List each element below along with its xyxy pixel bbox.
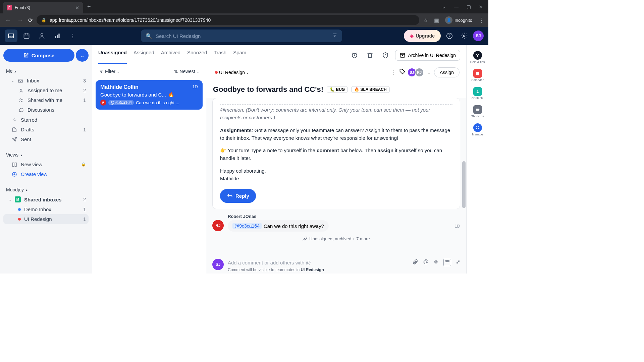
comment-input[interactable] [228, 260, 410, 265]
composer-hint: Comment will be visible to teammates in … [228, 267, 460, 272]
sidebar-item-starred[interactable]: ☆ Starred [3, 115, 89, 125]
chevron-up-icon: ▴ [20, 153, 22, 157]
sidebar-item-sent[interactable]: Sent [3, 134, 89, 144]
bookmark-star-icon[interactable]: ☆ [423, 17, 428, 23]
comment-mention[interactable]: @9c3ca164 [232, 223, 262, 229]
inbox-nav-icon[interactable] [5, 29, 17, 42]
emoji-icon[interactable]: ☺ [433, 259, 439, 266]
close-tab-icon[interactable]: ✕ [75, 5, 79, 10]
svg-rect-2 [55, 36, 56, 38]
activity-summary[interactable]: Unassigned, archived + 7 more [212, 236, 460, 241]
participants-avatars[interactable]: SJ RJ [409, 68, 424, 77]
upgrade-button[interactable]: ◈ Upgrade [404, 30, 441, 42]
sort-button[interactable]: ⇅ Newest ⌄ [172, 67, 201, 75]
attachment-icon[interactable] [412, 259, 418, 266]
assign-button[interactable]: Assign [434, 67, 460, 77]
analytics-nav-icon[interactable] [51, 29, 64, 42]
user-avatar[interactable]: SJ [473, 31, 484, 41]
expand-icon[interactable]: ⤢ [456, 259, 460, 266]
rail-calendar[interactable]: Calendar [468, 67, 487, 84]
tab-assigned[interactable]: Assigned [133, 50, 154, 64]
svg-rect-17 [476, 109, 479, 111]
tag-bug[interactable]: 🐛 BUG [327, 86, 348, 93]
sidebar-section-moodjoy[interactable]: Moodjoy ▴ [3, 185, 89, 194]
conversation-card[interactable]: 1D Mathilde Collin Goodbye to forwards a… [96, 80, 203, 110]
status-dot-icon [215, 71, 218, 74]
svg-point-6 [464, 35, 465, 37]
apps-grid-icon [473, 123, 482, 132]
search-filter-icon[interactable] [332, 33, 337, 39]
more-nav-icon[interactable]: ⋮ [66, 29, 79, 42]
rail-help[interactable]: ? Help & tips [468, 49, 487, 66]
contacts-nav-icon[interactable] [36, 29, 48, 42]
tab-unassigned[interactable]: Unassigned [98, 50, 127, 64]
tab-archived[interactable]: Archived [161, 50, 180, 64]
sidebar-item-drafts[interactable]: Drafts 1 [3, 125, 89, 134]
rail-contacts[interactable]: Contacts [468, 85, 487, 102]
incognito-badge[interactable]: 👤 Incognito [445, 16, 472, 24]
scrollbar-thumb[interactable] [462, 161, 466, 208]
rail-manage[interactable]: Manage [468, 121, 487, 138]
sidebar-item-discussions[interactable]: Discussions [3, 105, 89, 115]
back-icon[interactable]: ← [4, 17, 12, 24]
sidebar-item-shared-with-me[interactable]: Shared with me 1 [3, 95, 89, 105]
trash-icon[interactable] [364, 50, 376, 61]
sidebar-item-inbox[interactable]: ⌄ Inbox 3 [3, 76, 89, 85]
sidebar-item-assigned-to-me[interactable]: Assigned to me 2 [3, 85, 89, 95]
svg-point-18 [476, 126, 477, 127]
tab-snoozed[interactable]: Snoozed [187, 50, 207, 64]
mention-icon[interactable]: @ [423, 259, 428, 266]
calendar-nav-icon[interactable] [20, 29, 33, 42]
sidebar-item-demo-inbox[interactable]: Demo Inbox 1 [3, 204, 89, 214]
settings-gear-icon[interactable] [458, 30, 470, 42]
sidebar-item-new-view[interactable]: New view 🔒 [3, 160, 89, 169]
sidebar-section-me[interactable]: Me ▴ [3, 66, 89, 76]
gif-icon[interactable]: GIF [443, 259, 451, 266]
reply-button[interactable]: Reply [220, 189, 256, 203]
sidebar-item-create-view[interactable]: Create view [3, 169, 89, 179]
favicon: F [7, 5, 12, 10]
tab-spam[interactable]: Spam [233, 50, 246, 64]
svg-point-21 [478, 128, 479, 129]
comment-text: Can we do this right away? [264, 223, 324, 229]
tag-icon[interactable] [399, 68, 406, 76]
calendar-icon [473, 69, 482, 78]
conversation-sender: Mathilde Collin [100, 84, 198, 90]
spam-shield-icon[interactable] [380, 50, 391, 61]
search-input[interactable] [156, 33, 329, 39]
rail-shortcuts[interactable]: Shortcuts [468, 103, 487, 120]
tag-sla-breach[interactable]: 🔥 SLA BREACH [351, 86, 390, 93]
tabs-dropdown-icon[interactable]: ⌄ [442, 4, 446, 9]
chevron-down-icon[interactable]: ⌄ [427, 70, 431, 75]
lock-icon: 🔒 [81, 162, 86, 167]
sidebar-item-shared-inboxes[interactable]: ⌄ M Shared inboxes 2 [3, 194, 89, 204]
svg-point-16 [477, 90, 478, 92]
svg-rect-14 [400, 53, 405, 54]
sidebar-section-views[interactable]: Views ▴ [3, 150, 89, 160]
window-controls: ⌄ — ▢ ✕ [442, 4, 488, 9]
sidebar-item-ui-redesign[interactable]: UI Redesign 1 [3, 214, 89, 224]
compose-dropdown-icon[interactable]: ⌄ [76, 49, 89, 62]
close-window-icon[interactable]: ✕ [479, 4, 483, 9]
browser-tab[interactable]: F Front (3) ✕ [3, 2, 83, 13]
snooze-clock-icon[interactable] [349, 50, 360, 61]
maximize-icon[interactable]: ▢ [467, 4, 471, 9]
help-icon[interactable] [443, 30, 455, 42]
chevron-up-icon: ▴ [14, 69, 16, 73]
archive-button[interactable]: Archive in UI Redesign [395, 50, 460, 61]
compose-button[interactable]: Compose [3, 49, 74, 62]
url-field[interactable]: 🔒 app.frontapp.com/inboxes/teams/folders… [37, 15, 419, 25]
chrome-menu-icon[interactable]: ⋮ [478, 16, 484, 24]
minimize-icon[interactable]: — [454, 4, 459, 9]
inbox-selector[interactable]: UI Redesign ⌄ [213, 68, 251, 76]
more-options-icon[interactable]: ⋮ [390, 69, 396, 76]
new-tab-button[interactable]: + [87, 3, 91, 10]
forward-icon[interactable]: → [16, 17, 24, 24]
comment-bubble[interactable]: @9c3ca164 Can we do this right away? [228, 220, 329, 232]
svg-rect-15 [476, 72, 479, 75]
filter-button[interactable]: Filter ⌄ [97, 67, 121, 75]
search-box[interactable]: 🔍 [141, 29, 342, 42]
extensions-icon[interactable]: ▣ [434, 17, 439, 23]
tab-trash[interactable]: Trash [214, 50, 226, 64]
reload-icon[interactable]: ⟳ [28, 17, 33, 23]
